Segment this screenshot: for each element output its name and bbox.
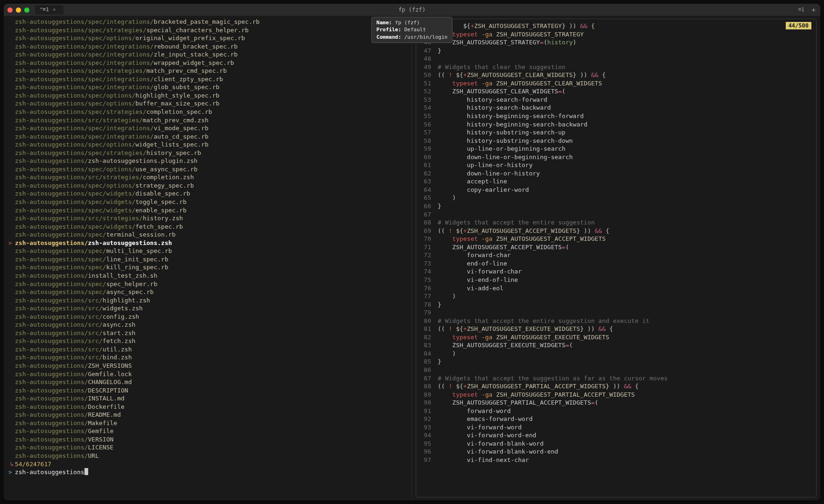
line-number: 57 [419,128,438,137]
list-item[interactable]: zsh-autosuggestions/spec/integrations/vi… [8,124,407,133]
window-title: fp (fzf) [398,6,426,14]
close-icon[interactable] [7,7,13,13]
minimize-icon[interactable] [16,7,21,13]
preview-box[interactable]: 44/500 ${+ZSH_AUTOSUGGEST_STRATEGY} )) &… [416,19,817,497]
list-item[interactable]: zsh-autosuggestions/spec/options/widget_… [8,140,407,149]
code-line: 45 typeset -ga ZSH_AUTOSUGGEST_STRATEGY [419,30,811,39]
list-item[interactable]: > zsh-autosuggestions/zsh-autosuggestion… [8,239,407,247]
selection-marker-icon [8,182,15,190]
list-item[interactable]: zsh-autosuggestions/spec/widgets/toggle_… [8,198,407,206]
list-item[interactable]: zsh-autosuggestions/src/async.zsh [8,321,407,329]
code-line: 73 end-of-line [419,259,811,268]
selection-marker-icon [8,116,15,125]
path-file: kill_ring_spec.rb [106,263,168,272]
selection-marker-icon [8,435,15,444]
path-dir: zsh-autosuggestions/src/ [15,321,103,329]
list-item[interactable]: zsh-autosuggestions/spec/spec_helper.rb [8,280,407,288]
path-dir: zsh-autosuggestions/spec/widgets/ [15,189,135,198]
path-file: Gemfile [88,427,114,435]
list-item[interactable]: zsh-autosuggestions/ZSH_VERSIONS [8,362,407,370]
list-item[interactable]: zsh-autosuggestions/zsh-autosuggestions.… [8,157,407,165]
code-text: history-substring-search-up [438,128,811,137]
list-item[interactable]: zsh-autosuggestions/spec/integrations/br… [8,18,407,26]
list-item[interactable]: zsh-autosuggestions/src/util.zsh [8,345,407,354]
list-item[interactable]: zsh-autosuggestions/VERSION [8,435,407,444]
list-item[interactable]: zsh-autosuggestions/CHANGELOG.md [8,378,407,386]
list-item[interactable]: zsh-autosuggestions/src/strategies/match… [8,116,407,125]
code-text: ZSH_AUTOSUGGEST_ACCEPT_WIDGETS=( [438,243,811,252]
code-text [438,55,811,63]
new-tab-button[interactable]: + [812,6,816,14]
list-item[interactable]: zsh-autosuggestions/spec/line_init_spec.… [8,255,407,264]
cursor-icon [84,468,88,475]
list-item[interactable]: zsh-autosuggestions/spec/widgets/disable… [8,189,407,198]
list-item[interactable]: zsh-autosuggestions/spec/integrations/wr… [8,59,407,67]
list-item[interactable]: zsh-autosuggestions/spec/strategies/matc… [8,67,407,75]
list-item[interactable]: zsh-autosuggestions/src/start.zsh [8,329,407,337]
code-line: 87# Widgets that accept the suggestion a… [419,374,811,383]
line-number: 72 [419,251,438,259]
path-dir: zsh-autosuggestions/ [15,411,88,419]
close-tab-icon[interactable]: × [53,7,56,14]
list-item[interactable]: zsh-autosuggestions/spec/widgets/enable_… [8,206,407,215]
code-line: 71 ZSH_AUTOSUGGEST_ACCEPT_WIDGETS=( [419,243,811,252]
selection-marker-icon [8,255,15,264]
line-number: 74 [419,267,438,276]
list-item[interactable]: zsh-autosuggestions/spec/integrations/re… [8,42,407,51]
list-item[interactable]: zsh-autosuggestions/spec/options/origina… [8,34,407,42]
list-item[interactable]: zsh-autosuggestions/src/widgets.zsh [8,304,407,313]
fzf-prompt[interactable]: >zsh-autosuggestions [8,468,407,476]
list-item[interactable]: zsh-autosuggestions/URL [8,452,407,460]
fzf-file-list[interactable]: zsh-autosuggestions/spec/integrations/br… [4,16,412,500]
list-item[interactable]: zsh-autosuggestions/README.md [8,411,407,419]
code-text: history-beginning-search-backward [438,120,811,129]
list-item[interactable]: zsh-autosuggestions/src/fetch.zsh [8,337,407,345]
list-item[interactable]: zsh-autosuggestions/install_test_zsh.sh [8,272,407,280]
list-item[interactable]: zsh-autosuggestions/spec/options/buffer_… [8,99,407,108]
list-item[interactable]: zsh-autosuggestions/Gemfile.lock [8,370,407,378]
list-item[interactable]: zsh-autosuggestions/spec/kill_ring_spec.… [8,263,407,272]
code-text [438,210,811,219]
path-dir: zsh-autosuggestions/src/ [15,345,103,354]
code-text: } [438,301,811,309]
path-file: match_prev_cmd_spec.rb [147,67,227,75]
code-text: accept-line [438,177,811,186]
list-item[interactable]: zsh-autosuggestions/src/highlight.zsh [8,296,407,305]
list-item[interactable]: zsh-autosuggestions/spec/integrations/zl… [8,50,407,59]
path-file: terminal_session.rb [106,231,176,239]
list-item[interactable]: zsh-autosuggestions/spec/strategies/hist… [8,149,407,157]
list-item[interactable]: zsh-autosuggestions/DESCRIPTION [8,386,407,395]
path-file: highlight.zsh [103,296,150,305]
list-item[interactable]: zsh-autosuggestions/INSTALL.md [8,394,407,403]
path-dir: zsh-autosuggestions/spec/integrations/ [15,18,154,26]
list-item[interactable]: zsh-autosuggestions/spec/multi_line_spec… [8,247,407,255]
list-item[interactable]: zsh-autosuggestions/spec/integrations/gl… [8,83,407,91]
list-item[interactable]: zsh-autosuggestions/Dockerfile [8,403,407,411]
list-item[interactable]: zsh-autosuggestions/spec/async_spec.rb [8,288,407,296]
line-number: 67 [419,210,438,219]
list-item[interactable]: zsh-autosuggestions/Makefile [8,419,407,427]
list-item[interactable]: zsh-autosuggestions/src/config.zsh [8,313,407,321]
list-item[interactable]: zsh-autosuggestions/spec/options/strateg… [8,182,407,190]
line-number: 84 [419,350,438,358]
list-item[interactable]: zsh-autosuggestions/spec/terminal_sessio… [8,231,407,239]
list-item[interactable]: zsh-autosuggestions/spec/integrations/au… [8,133,407,141]
list-item[interactable]: zsh-autosuggestions/src/strategies/compl… [8,173,407,182]
list-item[interactable]: zsh-autosuggestions/LICENSE [8,443,407,452]
list-item[interactable]: zsh-autosuggestions/spec/strategies/spec… [8,26,407,35]
selection-marker-icon [8,26,15,35]
list-item[interactable]: zsh-autosuggestions/spec/strategies/comp… [8,108,407,116]
list-item[interactable]: zsh-autosuggestions/spec/options/highlig… [8,91,407,100]
list-item[interactable]: zsh-autosuggestions/Gemfile [8,427,407,435]
tab[interactable]: ⌃⌘1 × [35,5,63,15]
list-item[interactable]: zsh-autosuggestions/spec/integrations/cl… [8,75,407,84]
search-input[interactable]: zsh-autosuggestions [15,469,84,476]
code-line: 81(( ! ${+ZSH_AUTOSUGGEST_EXECUTE_WIDGET… [419,325,811,333]
list-item[interactable]: zsh-autosuggestions/spec/widgets/fetch_s… [8,223,407,231]
list-item[interactable]: zsh-autosuggestions/spec/options/use_asy… [8,165,407,174]
line-number: 78 [419,301,438,309]
code-text: up-line-or-history [438,161,811,169]
zoom-icon[interactable] [24,7,29,13]
list-item[interactable]: zsh-autosuggestions/src/strategies/histo… [8,214,407,223]
list-item[interactable]: zsh-autosuggestions/src/bind.zsh [8,353,407,362]
